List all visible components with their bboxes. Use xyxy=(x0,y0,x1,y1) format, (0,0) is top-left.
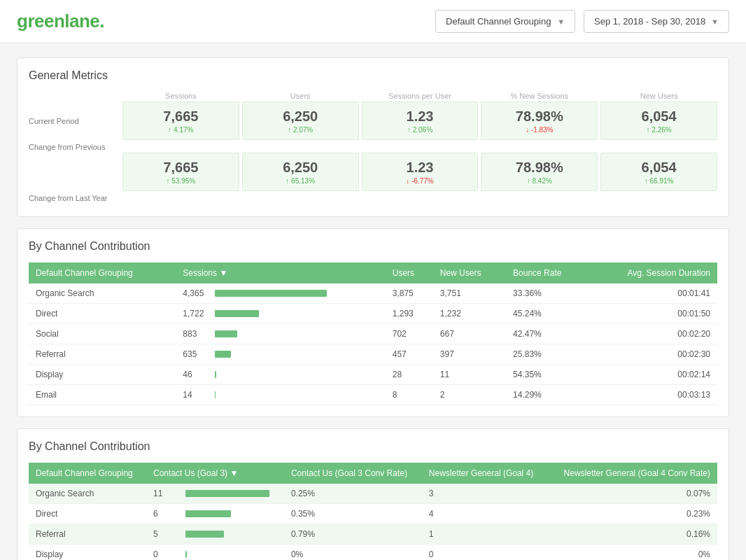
col-bounce-rate: Bounce Rate xyxy=(506,262,589,284)
bounce-rate-cell: 25.83% xyxy=(506,344,589,365)
bounce-rate-cell: 54.35% xyxy=(506,365,589,385)
conv-rate3-cell: 0% xyxy=(284,545,422,561)
col-new-users: New Users xyxy=(433,262,506,284)
bounce-rate-cell: 42.47% xyxy=(506,324,589,344)
table-row: Email 14 8 2 14.29% 00:03:13 xyxy=(29,385,717,405)
table-row: Organic Search 4,365 3,875 3,751 33.36% … xyxy=(29,284,717,304)
page-wrapper: greenlane. Default Channel Grouping ▼ Se… xyxy=(0,0,746,560)
table-row: Referral 635 457 397 25.83% 00:02:30 xyxy=(29,344,717,365)
col-conv-rate3: Contact Us (Goal 3 Conv Rate) xyxy=(284,463,422,484)
users-cell: 28 xyxy=(386,365,433,385)
avg-duration-cell: 00:01:50 xyxy=(589,304,717,324)
goal3-bar-cell: 11 xyxy=(146,484,284,504)
conv-rate3-cell: 0.79% xyxy=(284,524,422,545)
sessions-bar-cell: 883 xyxy=(176,324,385,344)
general-metrics-section: General Metrics Sessions Users Sessions … xyxy=(17,57,729,217)
date-range-label: Sep 1, 2018 - Sep 30, 2018 xyxy=(594,16,705,27)
table-row: Direct 6 0.35% 4 0.23% xyxy=(29,504,717,524)
col-channel-grouping-2: Default Channel Grouping xyxy=(29,463,146,484)
avg-duration-cell: 00:03:13 xyxy=(589,385,717,405)
table-row: Social 883 702 667 42.47% 00:02:20 xyxy=(29,324,717,344)
table-row: Display 46 28 11 54.35% 00:02:14 xyxy=(29,365,717,385)
new-users-cell: 667 xyxy=(433,324,506,344)
channel-grouping-arrow: ▼ xyxy=(557,18,565,26)
row-label-last-year: Change from Last Year xyxy=(29,194,120,202)
metric-col-new-sessions: % New Sessions xyxy=(481,92,598,100)
goal4-cell: 0 xyxy=(422,545,547,561)
channel-contribution-2-section: By Channel Contribution Default Channel … xyxy=(17,428,729,560)
conv-rate4-cell: 0.16% xyxy=(547,524,717,545)
row-label-current: Current Period xyxy=(29,102,120,140)
sort-icon: ▼ xyxy=(219,268,227,278)
avg-duration-cell: 00:02:20 xyxy=(589,324,717,344)
channel-name: Direct xyxy=(29,304,176,324)
table-row: Organic Search 11 0.25% 3 0.07% xyxy=(29,484,717,504)
main-content: General Metrics Sessions Users Sessions … xyxy=(0,43,746,560)
channel-name: Email xyxy=(29,385,176,405)
row-label-prev: Change from Previous xyxy=(29,143,122,151)
bounce-rate-cell: 33.36% xyxy=(506,284,589,304)
channel-table-1: Default Channel Grouping Sessions ▼ User… xyxy=(29,262,717,405)
col-channel-grouping: Default Channel Grouping xyxy=(29,262,176,284)
col-users: Users xyxy=(386,262,433,284)
sort-icon-2: ▼ xyxy=(230,468,238,478)
sessions-bar-cell: 635 xyxy=(176,344,385,365)
metric-sessions-prev: 7,665 ↑ 53.95% xyxy=(122,153,239,191)
new-users-cell: 2 xyxy=(433,385,506,405)
metric-sessions-current: 7,665 ↑ 4.17% xyxy=(122,102,239,140)
metric-users-current: 6,250 ↑ 2.07% xyxy=(242,102,359,140)
channel-name: Social xyxy=(29,324,176,344)
col-goal3[interactable]: Contact Us (Goal 3) ▼ xyxy=(146,463,284,484)
channel-grouping-label: Default Channel Grouping xyxy=(446,16,551,27)
channel-name: Display xyxy=(29,545,146,561)
goal4-cell: 1 xyxy=(422,524,547,545)
channel-table-2: Default Channel Grouping Contact Us (Goa… xyxy=(29,463,717,560)
metric-new-sessions-current: 78.98% ↓ -1.83% xyxy=(481,102,598,140)
new-users-cell: 3,751 xyxy=(433,284,506,304)
metric-spu-current: 1.23 ↑ 2.06% xyxy=(362,102,479,140)
conv-rate4-cell: 0% xyxy=(547,545,717,561)
date-range-arrow: ▼ xyxy=(711,18,719,26)
goal4-cell: 4 xyxy=(422,504,547,524)
table-row: Display 0 0% 0 0% xyxy=(29,545,717,561)
bounce-rate-cell: 14.29% xyxy=(506,385,589,405)
avg-duration-cell: 00:02:30 xyxy=(589,344,717,365)
header: greenlane. Default Channel Grouping ▼ Se… xyxy=(0,0,746,43)
conv-rate3-cell: 0.35% xyxy=(284,504,422,524)
channel-name: Referral xyxy=(29,524,146,545)
table-row: Direct 1,722 1,293 1,232 45.24% 00:01:50 xyxy=(29,304,717,324)
conv-rate4-cell: 0.23% xyxy=(547,504,717,524)
users-cell: 1,293 xyxy=(386,304,433,324)
general-metrics-title: General Metrics xyxy=(29,69,717,82)
conv-rate4-cell: 0.07% xyxy=(547,484,717,504)
metric-new-users-prev: 6,054 ↑ 66.91% xyxy=(600,153,717,191)
logo: greenlane. xyxy=(17,10,104,32)
users-cell: 702 xyxy=(386,324,433,344)
col-conv-rate4: Newsletter General (Goal 4 Conv Rate) xyxy=(547,463,717,484)
metric-col-sessions-per-user: Sessions per User xyxy=(362,92,479,100)
table-row: Referral 5 0.79% 1 0.16% xyxy=(29,524,717,545)
channel-name: Display xyxy=(29,365,176,385)
users-cell: 457 xyxy=(386,344,433,365)
bounce-rate-cell: 45.24% xyxy=(506,304,589,324)
channel-grouping-dropdown[interactable]: Default Channel Grouping ▼ xyxy=(435,10,575,33)
channel-contribution-1-section: By Channel Contribution Default Channel … xyxy=(17,228,729,417)
users-cell: 3,875 xyxy=(386,284,433,304)
goal3-bar-cell: 5 xyxy=(146,524,284,545)
channel-contribution-2-title: By Channel Contribution xyxy=(29,440,717,453)
new-users-cell: 397 xyxy=(433,344,506,365)
metric-spu-prev: 1.23 ↓ -6.77% xyxy=(362,153,479,191)
col-sessions[interactable]: Sessions ▼ xyxy=(176,262,385,284)
conv-rate3-cell: 0.25% xyxy=(284,484,422,504)
channel-contribution-1-title: By Channel Contribution xyxy=(29,240,717,253)
sessions-bar-cell: 4,365 xyxy=(176,284,385,304)
new-users-cell: 11 xyxy=(433,365,506,385)
metric-col-new-users: New Users xyxy=(600,92,717,100)
avg-duration-cell: 00:01:41 xyxy=(589,284,717,304)
metric-col-users: Users xyxy=(242,92,359,100)
channel-name: Direct xyxy=(29,504,146,524)
users-cell: 8 xyxy=(386,385,433,405)
channel-name: Referral xyxy=(29,344,176,365)
date-range-dropdown[interactable]: Sep 1, 2018 - Sep 30, 2018 ▼ xyxy=(584,10,729,33)
metric-new-users-current: 6,054 ↑ 2.26% xyxy=(600,102,717,140)
